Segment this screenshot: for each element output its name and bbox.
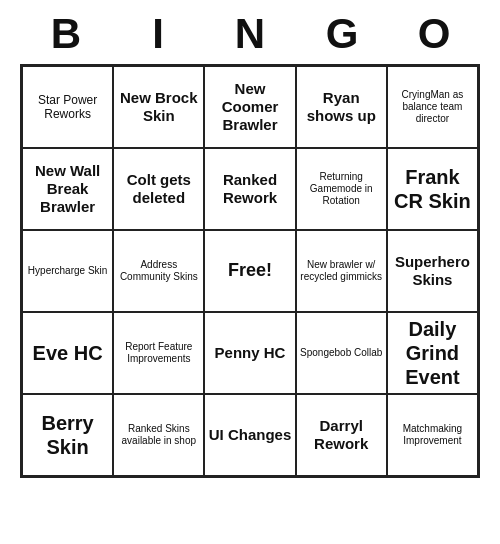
cell-3-4: Daily Grind Event — [387, 312, 478, 394]
cell-1-3: Returning Gamemode in Rotation — [296, 148, 387, 230]
cell-3-0: Eve HC — [22, 312, 113, 394]
cell-0-3: Ryan shows up — [296, 66, 387, 148]
cell-4-3: Darryl Rework — [296, 394, 387, 476]
cell-1-1: Colt gets deleted — [113, 148, 204, 230]
cell-0-2: New Coomer Brawler — [204, 66, 295, 148]
cell-3-3: Spongebob Collab — [296, 312, 387, 394]
cell-4-0: Berry Skin — [22, 394, 113, 476]
cell-3-1: Report Feature Improvements — [113, 312, 204, 394]
cell-2-4: Superhero Skins — [387, 230, 478, 312]
cell-3-2: Penny HC — [204, 312, 295, 394]
cell-0-1: New Brock Skin — [113, 66, 204, 148]
bingo-row-0: Star Power Reworks New Brock Skin New Co… — [22, 66, 478, 148]
cell-2-2-free: Free! — [204, 230, 295, 312]
cell-4-4: Matchmaking Improvement — [387, 394, 478, 476]
cell-4-2: UI Changes — [204, 394, 295, 476]
cell-1-4: Frank CR Skin — [387, 148, 478, 230]
bingo-row-1: New Wall Break Brawler Colt gets deleted… — [22, 148, 478, 230]
bingo-row-3: Eve HC Report Feature Improvements Penny… — [22, 312, 478, 394]
cell-2-3: New brawler w/ recycled gimmicks — [296, 230, 387, 312]
letter-n: N — [210, 10, 290, 58]
cell-2-0: Hypercharge Skin — [22, 230, 113, 312]
bingo-title: B I N G O — [20, 0, 480, 64]
letter-i: I — [118, 10, 198, 58]
cell-0-0: Star Power Reworks — [22, 66, 113, 148]
letter-b: B — [26, 10, 106, 58]
bingo-grid: Star Power Reworks New Brock Skin New Co… — [20, 64, 480, 478]
cell-2-1: Address Community Skins — [113, 230, 204, 312]
letter-o: O — [394, 10, 474, 58]
cell-4-1: Ranked Skins available in shop — [113, 394, 204, 476]
bingo-row-4: Berry Skin Ranked Skins available in sho… — [22, 394, 478, 476]
cell-1-0: New Wall Break Brawler — [22, 148, 113, 230]
letter-g: G — [302, 10, 382, 58]
cell-0-4: CryingMan as balance team director — [387, 66, 478, 148]
cell-1-2: Ranked Rework — [204, 148, 295, 230]
bingo-row-2: Hypercharge Skin Address Community Skins… — [22, 230, 478, 312]
